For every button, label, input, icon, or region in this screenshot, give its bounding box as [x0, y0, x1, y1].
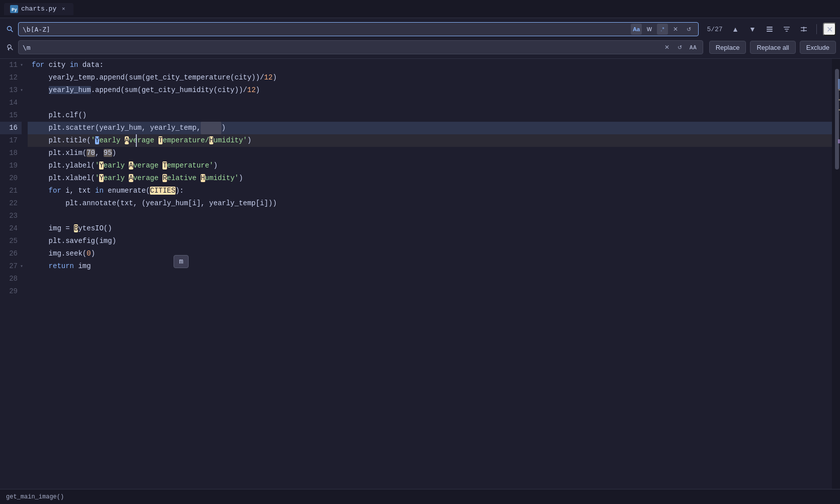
line-num-15: 15 — [0, 109, 22, 122]
line-num-16: 16 — [0, 122, 22, 134]
prev-match-button[interactable]: ▲ — [729, 23, 742, 36]
line-num-28: 28 — [0, 273, 22, 285]
code-line-11: for city in data: — [28, 59, 832, 71]
line-num-21: 21 — [0, 185, 22, 197]
code-line-21: for i, txt in enumerate(CITIES): — [28, 185, 832, 197]
line-num-29: 29 — [0, 285, 22, 298]
whole-word-button[interactable]: W — [644, 24, 655, 35]
editor-area: 11 ▾ 12 13 ▾ 14 15 16 17 18 19 20 21 22 … — [0, 59, 840, 489]
filter-button[interactable] — [780, 23, 793, 36]
collapse-results-button[interactable] — [797, 23, 810, 36]
replace-right-controls: Replace Replace all Exclude — [709, 41, 836, 54]
code-line-18: plt.xlim(70, 95) — [28, 147, 832, 159]
svg-line-3 — [11, 30, 13, 32]
code-content[interactable]: for city in data: yearly_temp.append(sum… — [28, 59, 832, 489]
code-line-23 — [28, 210, 832, 222]
line-num-12: 12 — [0, 71, 22, 84]
code-line-20: plt.xlabel('Yearly Average Relative Humi… — [28, 172, 832, 185]
code-line-12: yearly_temp.append(sum(get_city_temperat… — [28, 71, 832, 84]
fold-icon-27[interactable]: ▾ — [19, 264, 25, 270]
svg-rect-5 — [767, 29, 773, 30]
code-line-15: plt.clf() — [28, 109, 832, 122]
match-case-button[interactable]: Aa — [631, 24, 642, 35]
clear-replace-button[interactable]: ✕ — [661, 42, 673, 53]
scroll-indicator-purple — [838, 139, 840, 143]
code-line-22: plt.annotate(txt, (yearly_hum[i], yearly… — [28, 197, 832, 210]
clear-find-button[interactable]: ✕ — [670, 24, 681, 35]
line-num-20: 20 — [0, 172, 22, 185]
match-count: 5/27 — [705, 26, 725, 33]
replace-history-button[interactable]: ↺ — [675, 42, 686, 53]
separator-1 — [816, 24, 817, 34]
tab-close-button[interactable]: × — [59, 5, 67, 13]
replace-icon — [4, 41, 16, 53]
line-num-24: 24 — [0, 222, 22, 235]
replace-all-button[interactable]: Replace all — [750, 41, 795, 54]
next-match-button[interactable]: ▼ — [746, 23, 759, 36]
toggle-context-button[interactable] — [763, 23, 776, 36]
line-num-25: 25 — [0, 235, 22, 247]
line-num-27: 27 ▾ — [0, 260, 22, 273]
scroll-indicator-blue — [838, 79, 840, 89]
fold-icon-13[interactable]: ▾ — [19, 88, 25, 94]
find-history-button[interactable]: ↺ — [683, 24, 694, 35]
search-area: Aa W .* ✕ ↺ 5/27 ▲ ▼ — [0, 18, 840, 59]
code-line-17: plt.title('Yearly Average Temperature/Hu… — [28, 134, 832, 147]
bottom-function-label: get_main_image() — [6, 493, 64, 500]
replace-input-wrapper: ✕ ↺ AA — [18, 40, 703, 54]
exclude-button[interactable]: Exclude — [800, 41, 836, 54]
code-line-19: plt.ylabel('Yearly Average Temperature') — [28, 159, 832, 172]
find-icon — [4, 23, 16, 35]
fold-icon-11[interactable]: ▾ — [19, 62, 25, 68]
line-num-17: 17 — [0, 134, 22, 147]
regex-button[interactable]: .* — [657, 24, 668, 35]
search-right-controls: 5/27 ▲ ▼ ✕ — [705, 23, 836, 36]
tab-bar: Py charts.py × — [0, 0, 840, 18]
bottom-bar: get_main_image() — [0, 489, 840, 504]
line-num-19: 19 — [0, 159, 22, 172]
find-input-wrapper: Aa W .* ✕ ↺ — [18, 22, 699, 36]
line-num-23: 23 — [0, 210, 22, 222]
find-row: Aa W .* ✕ ↺ 5/27 ▲ ▼ — [0, 20, 840, 38]
scrollbar[interactable] — [832, 59, 840, 489]
svg-text:Py: Py — [12, 8, 17, 13]
line-num-18: 18 — [0, 147, 22, 159]
code-line-14 — [28, 97, 832, 109]
line-num-14: 14 — [0, 97, 22, 109]
code-line-28 — [28, 273, 832, 285]
cursor — [136, 134, 137, 147]
line-numbers: 11 ▾ 12 13 ▾ 14 15 16 17 18 19 20 21 22 … — [0, 59, 28, 489]
svg-rect-6 — [767, 31, 773, 32]
replace-input[interactable] — [23, 44, 659, 51]
line-num-22: 22 — [0, 197, 22, 210]
replace-button[interactable]: Replace — [709, 41, 746, 54]
close-search-button[interactable]: ✕ — [823, 23, 836, 36]
code-line-24: img = BytesIO() — [28, 222, 832, 235]
svg-line-14 — [11, 48, 13, 50]
code-line-29 — [28, 285, 832, 298]
replace-row: ✕ ↺ AA Replace Replace all Exclude — [0, 38, 840, 56]
code-line-27: return img — [28, 260, 832, 273]
line-num-13: 13 ▾ — [0, 84, 22, 97]
line-num-26: 26 — [0, 247, 22, 260]
code-line-25: plt.savefig(img) — [28, 235, 832, 247]
code-line-26: img.seek(0) — [28, 247, 832, 260]
svg-rect-4 — [767, 27, 773, 28]
line-num-11: 11 ▾ — [0, 59, 22, 71]
code-line-16: plt.scatter(yearly_hum, yearly_temp, ) — [28, 122, 832, 134]
tab-label: charts.py — [21, 5, 56, 13]
python-file-icon: Py — [10, 5, 18, 13]
code-line-13: yearly_hum.append(sum(get_city_humidity(… — [28, 84, 832, 97]
replace-case-button[interactable]: AA — [688, 42, 699, 53]
tab-charts-py[interactable]: Py charts.py × — [4, 3, 73, 15]
find-input[interactable] — [23, 26, 629, 33]
